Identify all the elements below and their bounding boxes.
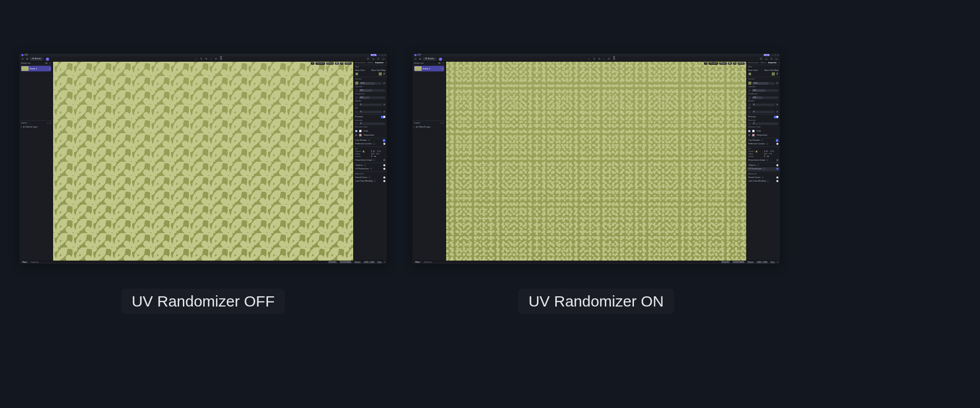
viewport-close-icon[interactable]: ✕ [311, 62, 314, 64]
limit-color-bullet[interactable] [383, 180, 385, 182]
assets-button[interactable]: ⊞ Assets [30, 57, 43, 60]
normal-reset-icon[interactable]: ⟲ [383, 82, 385, 85]
emission-color-swatch[interactable] [359, 130, 362, 133]
panel2-icon[interactable]: ▭ [372, 58, 375, 61]
offset-y[interactable]: Y 0 [376, 154, 378, 156]
ao-extra-icon[interactable]: ▾ [776, 111, 778, 113]
metallic-map-icon[interactable] [748, 104, 751, 106]
info-icon[interactable]: ⓘ [374, 180, 376, 183]
emission-color-radio-temp[interactable] [748, 134, 750, 136]
scene-list-grid-icon[interactable]: ▤ [438, 62, 440, 64]
viewport-close-icon[interactable]: ✕ [704, 62, 707, 64]
metallic-slider[interactable]: 0 [752, 104, 775, 106]
redo-icon[interactable]: ⟳ [608, 58, 610, 61]
tab-inspector[interactable]: Inspector [375, 62, 383, 64]
specular-slider[interactable]: 0.5 [752, 89, 778, 92]
wireframe-pill[interactable]: WIREFRAME [732, 262, 745, 264]
base-color-swatch[interactable] [748, 72, 751, 75]
undo-icon[interactable]: ⟲ [598, 58, 600, 61]
uv-randomizer-bullet-active[interactable] [776, 168, 778, 170]
ao-map-icon[interactable] [355, 111, 358, 113]
ao-slider[interactable]: 0 [359, 111, 382, 113]
tab-effects[interactable]: Effects [761, 62, 766, 64]
viewport[interactable]: ✕ Camera 37mm ▦ ✦ 100% [446, 62, 746, 261]
list-icon[interactable]: ≣ [613, 58, 615, 61]
statusbar-tab-object[interactable]: Object [21, 262, 28, 264]
emission-color-radio-temp[interactable] [355, 134, 357, 136]
fast-pill[interactable]: Fast [377, 262, 382, 264]
triplanar-bullet[interactable] [776, 164, 778, 166]
menu-icon[interactable]: ≡ [21, 58, 24, 60]
bolt-icon[interactable]: ↯ [200, 58, 202, 61]
panel3-icon[interactable]: ⎘ [771, 58, 772, 61]
panel1-icon[interactable]: ⊡ [367, 58, 369, 61]
base-color-swatch[interactable] [355, 72, 358, 75]
fov-chip[interactable]: 37mm [326, 62, 334, 64]
limit-color-bullet[interactable] [776, 180, 778, 182]
uv-randomizer-bullet[interactable] [383, 168, 385, 170]
wand-icon[interactable]: ✧ [385, 62, 387, 64]
camera-chip[interactable]: Camera [315, 62, 325, 64]
emission-toggle[interactable] [381, 116, 385, 118]
emission-temp-swatch[interactable] [359, 134, 362, 137]
statusbar-tab-object[interactable]: Object [414, 262, 421, 264]
grid-chip[interactable]: ▦ [335, 62, 339, 64]
scene-duplicate-icon[interactable]: ⎘ [442, 68, 444, 70]
statusbar-tab-keyframe[interactable]: Keyframe [30, 262, 39, 264]
menu-icon[interactable]: ≡ [414, 58, 417, 60]
emission-color-radio-color[interactable] [355, 130, 357, 132]
metallic-map-icon[interactable] [355, 104, 358, 106]
chevron-right-icon[interactable]: ▸ [21, 126, 22, 128]
specular-slider[interactable]: 0.5 [359, 89, 385, 92]
info-icon[interactable]: ⓘ [373, 143, 376, 145]
info-icon[interactable]: ⓘ [370, 168, 373, 170]
tab-inspector[interactable]: Inspector [768, 62, 776, 64]
intensity-slider[interactable]: 0 [359, 122, 385, 125]
render-pill[interactable]: RENDER [328, 262, 337, 264]
render-pill[interactable]: RENDER [721, 262, 730, 264]
flip-icon[interactable]: ⇋ [374, 156, 376, 158]
normal-map-thumb[interactable] [355, 82, 358, 85]
metallic-slider[interactable]: 0 [359, 104, 382, 106]
round-corner-bullet[interactable] [383, 176, 385, 178]
rotate-value[interactable]: 0° [371, 156, 373, 158]
info-icon[interactable]: ⓘ [766, 159, 769, 162]
emission-color-radio-color[interactable] [748, 130, 750, 132]
info-icon[interactable]: ⓘ [766, 143, 769, 145]
visibility-icon[interactable]: ◉ [416, 126, 418, 128]
scene-item[interactable]: Scene 1 ⎘ [414, 66, 444, 71]
light-icon[interactable]: ◌ [195, 58, 197, 61]
undo-icon[interactable]: ⟲ [205, 58, 207, 61]
panel4-icon[interactable]: ▭ [382, 58, 385, 61]
ao-extra-icon[interactable]: ▾ [383, 111, 385, 113]
emission-toggle[interactable] [774, 116, 778, 118]
minimize-button[interactable]: — [378, 54, 380, 56]
ratio-pill[interactable]: 1600 × 1000 [756, 262, 768, 264]
specular-map-icon[interactable] [748, 89, 751, 92]
maximize-button[interactable]: ▢ [774, 54, 776, 56]
camera-chip[interactable]: Camera [708, 62, 718, 64]
intensity-slider[interactable]: 0 [752, 122, 778, 125]
keep-texture-bullet[interactable] [383, 159, 385, 161]
statusbar-tab-keyframe[interactable]: Keyframe [423, 262, 432, 264]
visibility-icon[interactable]: ◉ [23, 126, 24, 128]
info-icon[interactable]: ⓘ [368, 139, 371, 142]
cast-shadow-checkbox[interactable]: ✓ [776, 139, 778, 142]
fast-pill[interactable]: Fast [770, 262, 775, 264]
circle-icon[interactable]: ○ [603, 58, 605, 61]
layer-item[interactable]: ▸ ◉ Default Layer [414, 126, 444, 128]
intensity-map-icon[interactable] [748, 122, 751, 125]
zoom-chip[interactable]: 100% [738, 62, 745, 64]
info-icon[interactable]: ⓘ [761, 139, 764, 142]
rotate-value[interactable]: 0° [764, 156, 766, 158]
new-doc-icon[interactable]: ⊕ [26, 58, 28, 60]
maximize-button[interactable]: ▢ [381, 54, 383, 56]
scene-list-more-icon[interactable]: ⋮ [49, 62, 51, 64]
link-icon[interactable]: ⇄ [776, 73, 778, 75]
ao-slider[interactable]: 0 [752, 111, 775, 113]
metallic-extra-icon[interactable]: ▾ [776, 104, 778, 106]
info-icon[interactable]: ⓘ [762, 176, 764, 179]
minimize-button[interactable]: — [771, 54, 773, 56]
lock-icon[interactable]: 🔒 [362, 151, 364, 153]
panel4-icon[interactable]: ▭ [775, 58, 778, 61]
